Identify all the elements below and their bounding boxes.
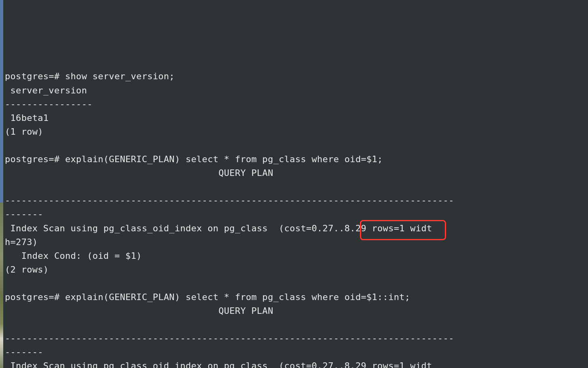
terminal-line: ----------------------------------------… bbox=[5, 333, 454, 343]
terminal-line: Index Cond: (oid = $1) bbox=[5, 251, 142, 261]
terminal-line: ----------------------------------------… bbox=[5, 195, 454, 205]
terminal-line: postgres=# explain(GENERIC_PLAN) select … bbox=[5, 292, 410, 302]
terminal-line: (1 row) bbox=[5, 127, 43, 137]
terminal-line: ------- bbox=[5, 347, 43, 357]
terminal-line: Index Scan using pg_class_oid_index on p… bbox=[5, 361, 432, 368]
terminal-output[interactable]: postgres=# show server_version; server_v… bbox=[5, 56, 588, 368]
terminal-line: ------- bbox=[5, 209, 43, 219]
terminal-line: QUERY PLAN bbox=[5, 168, 273, 178]
terminal-line: Index Scan using pg_class_oid_index on p… bbox=[5, 223, 432, 233]
terminal-line: QUERY PLAN bbox=[5, 306, 273, 316]
terminal-line: postgres=# explain(GENERIC_PLAN) select … bbox=[5, 154, 383, 164]
terminal-line: server_version bbox=[5, 85, 87, 95]
terminal-line: (2 rows) bbox=[5, 264, 49, 275]
terminal-line: postgres=# show server_version; bbox=[5, 71, 175, 81]
terminal-line: 16beta1 bbox=[5, 113, 49, 123]
terminal-line: ---------------- bbox=[5, 99, 93, 109]
terminal-line: h=273) bbox=[5, 237, 38, 247]
